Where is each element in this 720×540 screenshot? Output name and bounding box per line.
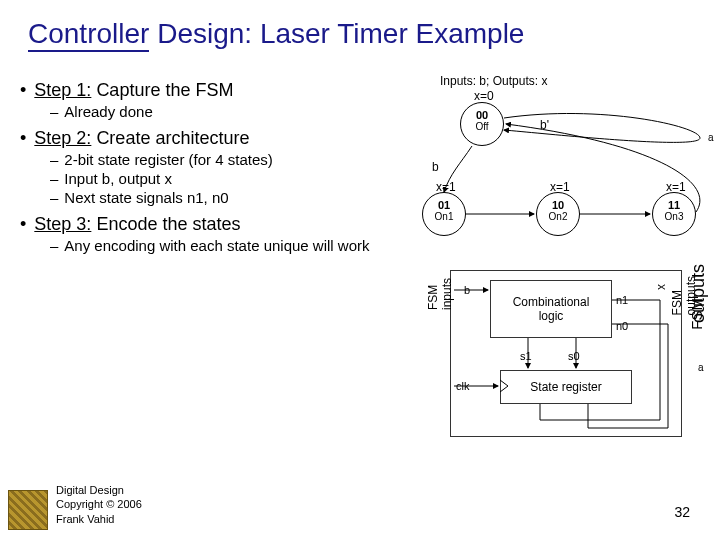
step2-sub2: –Input b, output x (50, 170, 400, 187)
step2-sub1: –2-bit state register (for 4 states) (50, 151, 400, 168)
arch-x: x (654, 284, 668, 290)
fsm-a-note: a (708, 132, 714, 143)
fsm-b: b (432, 160, 439, 174)
logo-icon (8, 490, 48, 530)
step3: •Step 3: Encode the states (20, 214, 400, 235)
arch-s1: s1 (520, 350, 532, 362)
fsm-x0: x=0 (474, 89, 494, 103)
state-on1: 01On1 (422, 192, 466, 236)
arch-fsm-inputs-label: FSM inputs (426, 278, 454, 310)
fsm-diagram: Inputs: b; Outputs: x x=0 00Off b' a b x… (400, 74, 720, 234)
arch-clk: clk (456, 380, 469, 392)
arch-s0: s0 (568, 350, 580, 362)
arch-fsm-big: FSM (688, 298, 705, 330)
page-number: 32 (674, 504, 690, 520)
architecture-diagram: FSM inputs b Combinational logic n1 n0 x… (420, 270, 710, 460)
footer-line2: Copyright © 2006 (56, 497, 142, 511)
arch-state-register: State register (500, 370, 632, 404)
arch-a-note: a (698, 362, 704, 373)
arch-comb-logic: Combinational logic (490, 280, 612, 338)
state-on2: 10On2 (536, 192, 580, 236)
arch-n0: n0 (616, 320, 628, 332)
arch-n1: n1 (616, 294, 628, 306)
step2: •Step 2: Create architecture (20, 128, 400, 149)
title-word-underlined: Controller (28, 18, 149, 52)
step3-sub: –Any encoding with each state unique wil… (50, 237, 400, 254)
step2-sub3: –Next state signals n1, n0 (50, 189, 400, 206)
footer-line3: Frank Vahid (56, 512, 142, 526)
fsm-io-label: Inputs: b; Outputs: x (440, 74, 547, 88)
step1: •Step 1: Capture the FSM (20, 80, 400, 101)
fsm-bprime: b' (540, 118, 549, 132)
bullet-list: •Step 1: Capture the FSM –Already done •… (20, 72, 400, 256)
step1-sub: –Already done (50, 103, 400, 120)
title-rest: Design: Laser Timer Example (157, 18, 524, 49)
slide-title: Controller Design: Laser Timer Example (0, 0, 720, 50)
state-off: 00Off (460, 102, 504, 146)
arch-b: b (464, 284, 470, 296)
footer: Digital Design Copyright © 2006 Frank Va… (56, 483, 142, 526)
footer-line1: Digital Design (56, 483, 142, 497)
state-on3: 11On3 (652, 192, 696, 236)
